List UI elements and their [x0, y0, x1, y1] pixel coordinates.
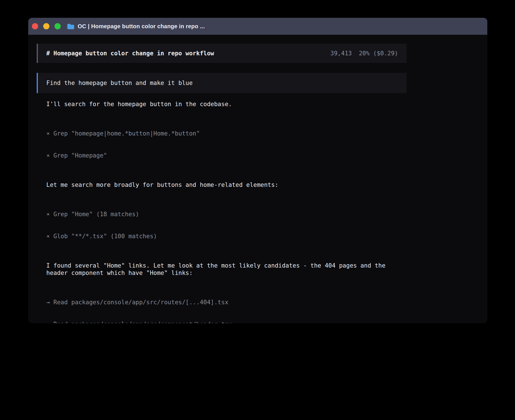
- tool-call-group: ∗ Grep "homepage|home.*button|Home.*butt…: [46, 115, 396, 174]
- maximize-button[interactable]: [54, 23, 61, 29]
- tool-call-read: → Read packages/console/app/src/routes/[…: [46, 299, 396, 306]
- session-stats: 39,413 20% ($0.29): [330, 50, 398, 57]
- user-message-text: Find the homepage button and make it blu…: [46, 80, 193, 86]
- window-title: OC | Homepage button color change in rep…: [78, 23, 205, 30]
- tool-call-grep: ∗ Grep "Homepage": [46, 152, 396, 159]
- session-title: # Homepage button color change in repo w…: [46, 50, 214, 57]
- window-titlebar[interactable]: OC | Homepage button color change in rep…: [28, 18, 487, 35]
- tool-call-group: → Read packages/console/app/src/routes/[…: [46, 284, 396, 323]
- user-message: Find the homepage button and make it blu…: [37, 73, 407, 93]
- folder-icon: [67, 23, 75, 29]
- assistant-text: I found several "Home" links. Let me loo…: [46, 262, 396, 277]
- terminal-window: OC | Homepage button color change in rep…: [28, 18, 487, 323]
- close-button[interactable]: [32, 23, 38, 29]
- minimize-button[interactable]: [43, 23, 49, 29]
- tool-call-glob: ∗ Glob "**/*.tsx" (100 matches): [46, 233, 396, 240]
- traffic-lights: [32, 23, 61, 29]
- tool-call-read: → Read packages/console/app/src/componen…: [46, 321, 396, 323]
- tool-call-grep: ∗ Grep "Home" (18 matches): [46, 211, 396, 218]
- assistant-transcript: I'll search for the homepage button in t…: [46, 100, 396, 323]
- assistant-text: I'll search for the homepage button in t…: [46, 100, 396, 108]
- token-count: 39,413: [330, 50, 352, 57]
- tool-call-grep: ∗ Grep "homepage|home.*button|Home.*butt…: [46, 130, 396, 137]
- context-usage-cost: 20% ($0.29): [359, 50, 398, 57]
- terminal-content: # Homepage button color change in repo w…: [28, 35, 487, 323]
- assistant-text: Let me search more broadly for buttons a…: [46, 181, 396, 189]
- session-header: # Homepage button color change in repo w…: [37, 44, 407, 63]
- tool-call-group: ∗ Grep "Home" (18 matches) ∗ Glob "**/*.…: [46, 196, 396, 255]
